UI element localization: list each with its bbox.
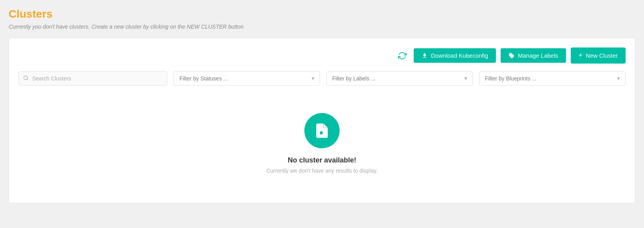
toolbar-row: Download Kubeconfig Manage Labels + New …	[18, 47, 626, 64]
manage-labels-button[interactable]: Manage Labels	[501, 48, 566, 63]
main-panel: Download Kubeconfig Manage Labels + New …	[9, 38, 635, 203]
empty-icon-circle	[304, 113, 340, 148]
search-input-wrapper	[18, 71, 167, 86]
plus-icon: +	[579, 51, 583, 60]
filter-statuses-select[interactable]: Filter by Statuses ...	[174, 71, 320, 86]
manage-labels-label: Manage Labels	[518, 52, 558, 59]
tag-icon	[508, 53, 515, 59]
no-results-icon	[313, 122, 331, 139]
search-icon	[23, 75, 29, 82]
filter-labels-select[interactable]: Filter by Labels ...	[326, 71, 473, 86]
new-cluster-button[interactable]: + New Cluster	[571, 47, 626, 64]
refresh-button[interactable]	[396, 49, 409, 62]
svg-point-0	[24, 76, 27, 79]
filter-blueprints-select[interactable]: Filter by Blueprints ...	[479, 71, 626, 86]
page-container: Clusters Currently you don't have cluste…	[9, 8, 635, 203]
page-title: Clusters	[9, 8, 635, 20]
filter-labels-wrapper: Filter by Labels ... ▼	[326, 71, 473, 86]
download-kubeconfig-label: Download Kubeconfig	[431, 52, 488, 59]
filter-statuses-wrapper: Filter by Statuses ... ▼	[174, 71, 320, 86]
empty-state-subtitle: Currently we don't have any results to d…	[266, 168, 378, 174]
empty-state-title: No cluster available!	[288, 156, 356, 164]
refresh-icon	[398, 51, 407, 60]
filter-blueprints-wrapper: Filter by Blueprints ... ▼	[479, 71, 626, 86]
search-clusters-input[interactable]	[18, 71, 167, 86]
download-kubeconfig-button[interactable]: Download Kubeconfig	[414, 48, 496, 63]
svg-line-1	[27, 79, 28, 80]
download-icon	[421, 53, 428, 59]
empty-state: No cluster available! Currently we don't…	[18, 97, 626, 193]
page-subtitle: Currently you don't have clusters. Creat…	[9, 24, 635, 30]
new-cluster-label: New Cluster	[586, 52, 618, 59]
filter-row: Filter by Statuses ... ▼ Filter by Label…	[18, 71, 626, 86]
